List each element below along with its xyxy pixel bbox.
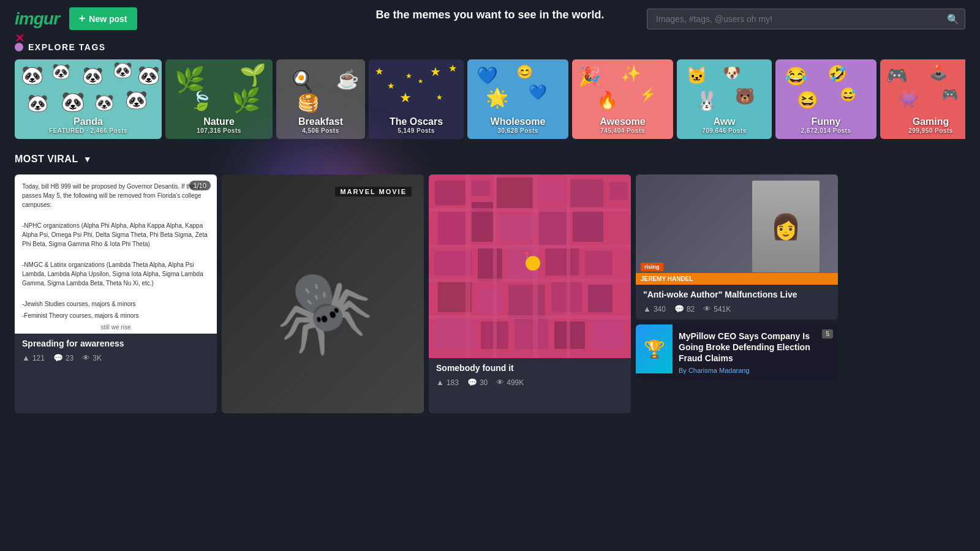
view-stat-3: 👁 499K	[496, 378, 524, 387]
svg-rect-3	[496, 178, 533, 208]
tags-row: 🐼 🐼 🐼 🐼 🐼 🐼 🐼 🐼 🐼 Panda FEATURED · 2,466…	[15, 59, 965, 139]
most-viral-title: MOST VIRAL	[15, 154, 78, 165]
upvote-stat-3: ▲ 183	[436, 378, 459, 387]
search-icon[interactable]: 🔍	[947, 13, 959, 24]
tag-posts-awesome: 745,404 Posts	[600, 127, 645, 134]
comment-count-4a: 82	[687, 305, 695, 313]
imgur-logo[interactable]: imgur	[15, 9, 59, 29]
search-input[interactable]	[647, 9, 965, 29]
tag-name-oscars: The Oscars	[390, 116, 443, 127]
post-card-2[interactable]: MARVEL MOVIE 🕷️	[222, 174, 424, 413]
post-card-3[interactable]: 📍 Somebody found it ▲ 183 💬 30 👁 499K	[429, 174, 631, 413]
tag-card-panda[interactable]: 🐼 🐼 🐼 🐼 🐼 🐼 🐼 🐼 🐼 Panda FEATURED · 2,466…	[15, 59, 162, 139]
tag-name-funny: Funny	[801, 116, 851, 127]
post-stats-3: ▲ 183 💬 30 👁 499K	[429, 375, 631, 393]
upvote-icon-4a: ▲	[643, 304, 651, 313]
svg-rect-5	[570, 179, 603, 207]
header: imgur New post Be the memes you want to …	[0, 0, 980, 37]
tag-name-awesome: Awesome	[600, 116, 645, 127]
explore-tags-header: EXPLORE TAGS	[15, 42, 965, 52]
svg-rect-16	[585, 251, 612, 276]
svg-rect-32	[429, 245, 631, 249]
upvote-count-4a: 340	[654, 305, 666, 313]
tag-posts-wholesome: 30,628 Posts	[491, 127, 546, 134]
video-overlay-bar: JEREMY HANDEL	[636, 273, 838, 285]
svg-rect-31	[429, 208, 631, 212]
post-text-footer: still we rise	[15, 321, 217, 334]
post-title-3: Somebody found it	[429, 358, 631, 375]
svg-rect-4	[539, 181, 564, 202]
upvote-icon: ▲	[22, 353, 30, 362]
comment-stat-3: 💬 30	[467, 378, 488, 387]
mypillow-icon: 🏆	[636, 324, 673, 373]
tag-posts-funny: 2,672,014 Posts	[801, 127, 851, 134]
aerial-svg: 📍	[429, 174, 631, 358]
svg-rect-1	[435, 181, 466, 205]
svg-rect-28	[493, 174, 497, 358]
post-stats-4a: ▲ 340 💬 82 👁 541K	[636, 302, 838, 320]
close-icon[interactable]: ✕	[15, 31, 25, 45]
search-bar: 🔍	[647, 9, 965, 29]
marvel-logo: MARVEL MOVIE	[335, 187, 412, 197]
tag-name-aww: Aww	[702, 116, 747, 127]
post-title-1: Spreading for awareness	[15, 334, 217, 351]
tag-featured-panda: FEATURED · 2,466 Posts	[49, 127, 127, 134]
svg-rect-15	[545, 248, 579, 276]
post-card-1[interactable]: 1/10 Today, bill HB 999 will be proposed…	[15, 174, 217, 413]
tag-posts-aww: 709,646 Posts	[702, 127, 747, 134]
post-card-4b[interactable]: 🏆 MyPillow CEO Says Company Is Going Bro…	[636, 324, 838, 380]
tag-name-panda: Panda	[49, 116, 127, 127]
tag-name-breakfast: Breakfast	[298, 116, 343, 127]
tag-card-oscars[interactable]: ★ ★ ★ ★ ★ ★ ★ ★ The Oscars 5,149 Posts	[369, 59, 464, 139]
tag-card-nature[interactable]: 🌿 🌱 🍃 🌿 Nature 107,316 Posts	[165, 59, 273, 139]
tag-card-aww[interactable]: 🐱 🐶 🐰 🐻 Aww 709,646 Posts	[677, 59, 772, 139]
svg-rect-19	[508, 285, 545, 318]
posts-grid: 1/10 Today, bill HB 999 will be proposed…	[15, 174, 965, 413]
comment-stat-4a: 💬 82	[674, 304, 695, 313]
post-column-4: 👩 rising JEREMY HANDEL "Anti-woke Author…	[636, 174, 838, 413]
badge-5: 5	[822, 329, 833, 339]
svg-rect-21	[588, 285, 612, 312]
svg-rect-24	[514, 318, 548, 349]
comment-stat-1: 💬 23	[53, 353, 74, 362]
svg-rect-2	[472, 181, 490, 196]
svg-rect-6	[609, 182, 628, 200]
upvote-count-1: 121	[32, 354, 45, 362]
svg-rect-8	[472, 202, 493, 242]
marvel-figure-icon: 🕷️	[260, 249, 385, 370]
upvote-count-3: 183	[447, 378, 459, 387]
new-post-button[interactable]: New post	[69, 7, 137, 30]
svg-rect-13	[478, 248, 502, 282]
tag-card-breakfast[interactable]: 🍳 ☕ 🥞 Breakfast 4,506 Posts	[276, 59, 365, 139]
page-indicator: 1/10	[189, 181, 211, 190]
tag-name-gaming: Gaming	[908, 116, 953, 127]
tag-posts-nature: 107,316 Posts	[197, 127, 241, 134]
tag-card-funny[interactable]: 😂 🤣 😆 😅 Funny 2,672,014 Posts	[775, 59, 876, 139]
svg-rect-11	[573, 211, 603, 242]
most-viral-section: MOST VIRAL ▼ 1/10 Today, bill HB 999 wil…	[0, 139, 980, 413]
tag-name-nature: Nature	[197, 116, 241, 127]
svg-text:📍: 📍	[524, 252, 531, 259]
mypillow-author: By Charisma Madarang	[679, 367, 832, 374]
tag-card-gaming[interactable]: 🎮 🕹️ 👾 🎮 Gaming 299,950 Posts	[880, 59, 965, 139]
post-text-body: Today, bill HB 999 will be proposed by G…	[15, 174, 217, 321]
post-card-4a[interactable]: 👩 rising JEREMY HANDEL "Anti-woke Author…	[636, 174, 838, 320]
svg-rect-10	[539, 208, 567, 245]
tag-card-awesome[interactable]: 🎉 ✨ 🔥 ⚡ Awesome 745,404 Posts	[572, 59, 673, 139]
svg-rect-34	[429, 315, 631, 319]
svg-rect-33	[429, 279, 631, 282]
post-video-thumbnail: 👩 rising JEREMY HANDEL	[636, 174, 838, 285]
rising-tag: rising	[641, 263, 663, 271]
most-viral-header: MOST VIRAL ▼	[15, 154, 965, 165]
comment-icon-4a: 💬	[674, 304, 684, 313]
dropdown-arrow-icon[interactable]: ▼	[83, 154, 92, 164]
mypillow-content: MyPillow CEO Says Company Is Going Broke…	[673, 324, 838, 380]
tag-name-wholesome: Wholesome	[491, 116, 546, 127]
tag-card-wholesome[interactable]: 💙 😊 🌟 💙 Wholesome 30,628 Posts	[467, 59, 568, 139]
comment-icon-3: 💬	[467, 378, 477, 387]
view-count-3: 499K	[507, 378, 524, 387]
upvote-stat-4a: ▲ 340	[643, 304, 666, 313]
view-count-4a: 541K	[714, 305, 731, 313]
author-name[interactable]: Charisma Madarang	[688, 367, 750, 374]
view-stat-1: 👁 3K	[82, 353, 102, 362]
